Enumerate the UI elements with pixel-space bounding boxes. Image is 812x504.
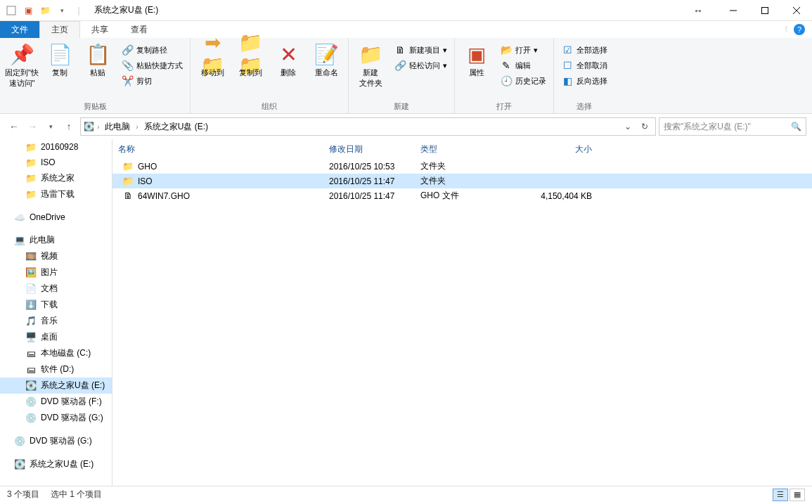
forward-button[interactable]: → [24,118,41,135]
minimize-button[interactable] [717,0,749,21]
copy-icon: 📄 [48,42,72,66]
search-placeholder: 搜索"系统之家U盘 (E:)" [664,121,791,133]
select-none-button[interactable]: ☐全部取消 [558,59,610,72]
crumb-current[interactable]: 系统之家U盘 (E:) [141,121,211,133]
refresh-button[interactable]: ↻ [637,122,652,131]
recent-locations-button[interactable]: ▾ [42,118,59,135]
column-name[interactable]: 名称 [112,143,323,155]
main-area: 📁20160928📁ISO📁系统之家📁迅雷下载☁️OneDrive💻此电脑🎞️视… [0,139,812,486]
properties-quick-icon[interactable]: ▣ [20,2,37,19]
navigation-tree[interactable]: 📁20160928📁ISO📁系统之家📁迅雷下载☁️OneDrive💻此电脑🎞️视… [0,139,112,486]
tree-item[interactable]: 📁系统之家 [0,170,112,186]
tree-item-label: 迅雷下载 [41,188,75,200]
tree-item[interactable]: 🎞️视频 [0,248,112,264]
up-button[interactable]: ↑ [60,118,77,135]
tree-item[interactable]: 💽系统之家U盘 (E:) [0,456,112,472]
new-folder-button[interactable]: 📁新建 文件夹 [353,39,388,89]
file-type: 文件夹 [415,175,506,187]
tree-item[interactable]: 🖼️图片 [0,264,112,280]
breadcrumb[interactable]: 💽 › 此电脑 › 系统之家U盘 (E:) ⌄ ↻ [80,117,656,136]
tab-view[interactable]: 查看 [120,21,159,38]
undock-icon[interactable]: ↔ [679,5,717,16]
select-all-button[interactable]: ☑全部选择 [558,44,610,56]
paste-shortcut-button[interactable]: 📎粘贴快捷方式 [118,59,186,72]
rename-button[interactable]: 📝重命名 [309,39,344,78]
back-button[interactable]: ← [6,118,22,135]
tree-item-label: DVD 驱动器 (G:) [41,412,103,424]
large-icons-view-button[interactable]: ▦ [790,489,805,501]
cut-button[interactable]: ✂️剪切 [118,75,186,87]
open-button[interactable]: 📂打开 ▾ [497,44,549,56]
tab-home[interactable]: 主页 [39,21,80,38]
tree-item[interactable]: 💽系统之家U盘 (E:) [0,377,112,394]
ribbon: 📌 固定到"快 速访问" 📄 复制 📋 粘贴 🔗复制路径 📎粘贴快捷方式 ✂️剪… [0,38,812,114]
tree-item-label: 系统之家U盘 (E:) [30,458,94,470]
edit-button[interactable]: ✎编辑 [497,59,549,72]
svg-rect-0 [7,6,15,15]
folder-icon: 📁 [25,189,37,200]
copy-path-button[interactable]: 🔗复制路径 [118,44,186,56]
easy-access-button[interactable]: 🔗轻松访问 ▾ [391,59,450,72]
paste-button[interactable]: 📋 粘贴 [80,39,115,78]
delete-button[interactable]: ✕删除 [271,39,306,78]
file-type: 文件夹 [415,160,506,172]
folder-quick-icon[interactable]: 📁 [37,2,53,19]
move-to-button[interactable]: ➡📁移动到 [195,39,230,78]
breadcrumb-dropdown-icon[interactable]: ⌄ [621,122,634,131]
file-row[interactable]: 📁GHO2016/10/25 10:53文件夹 [112,159,812,174]
ribbon-label-organize: 组织 [195,100,344,113]
column-date[interactable]: 修改日期 [323,143,415,155]
pin-to-quick-access-button[interactable]: 📌 固定到"快 速访问" [4,39,39,89]
copy-button[interactable]: 📄 复制 [42,39,77,78]
tree-item-label: 音乐 [41,315,58,327]
ribbon-group-clipboard: 📌 固定到"快 速访问" 📄 复制 📋 粘贴 🔗复制路径 📎粘贴快捷方式 ✂️剪… [0,38,191,113]
properties-button[interactable]: ▣属性 [459,39,494,78]
close-button[interactable] [780,0,812,21]
tree-item[interactable]: 💿DVD 驱动器 (G:) [0,410,112,426]
file-row[interactable]: 📁ISO2016/10/25 11:47文件夹 [112,174,812,188]
tree-item[interactable]: 💿DVD 驱动器 (F:) [0,394,112,410]
column-size[interactable]: 大小 [506,143,598,155]
open-icon: 📂 [500,44,513,56]
crumb-this-pc[interactable]: 此电脑 [102,121,133,133]
new-window-icon[interactable] [3,2,20,19]
tree-item[interactable]: 📁迅雷下载 [0,186,112,202]
maximize-button[interactable] [749,0,780,21]
tree-item[interactable]: 📁ISO [0,155,112,170]
usb-icon: 💽 [14,459,25,470]
folder-icon: 📁 [25,141,37,153]
drive-icon: 🖴 [25,348,37,359]
tree-item[interactable]: ⬇️下载 [0,297,112,313]
select-all-icon: ☑ [561,44,574,56]
tree-item[interactable]: 💻此电脑 [0,232,112,248]
tree-item-label: DVD 驱动器 (F:) [41,396,102,408]
search-input[interactable]: 搜索"系统之家U盘 (E:)" 🔍 [659,117,806,136]
tree-item[interactable]: 📄文档 [0,280,112,297]
move-to-icon: ➡📁 [195,42,230,66]
collapse-ribbon-icon[interactable]: 〈 [781,25,788,34]
column-type[interactable]: 类型 [415,143,506,155]
chevron-right-icon[interactable]: › [136,123,138,131]
details-view-button[interactable]: ☰ [773,489,788,501]
tree-item-label: 视频 [41,250,58,262]
search-icon[interactable]: 🔍 [791,122,801,131]
tree-item[interactable]: 🎵音乐 [0,313,112,329]
tab-file[interactable]: 文件 [0,21,39,38]
copy-to-button[interactable]: 📁📁复制到 [233,39,268,78]
tree-item[interactable]: 📁20160928 [0,139,112,155]
tree-item[interactable]: 🖥️桌面 [0,329,112,345]
history-icon: 🕘 [500,75,513,86]
chevron-right-icon[interactable]: › [97,123,99,131]
file-row[interactable]: 🗎64WIN7.GHO2016/10/25 11:47GHO 文件4,150,4… [112,188,812,203]
invert-selection-button[interactable]: ◧反向选择 [558,75,610,87]
help-icon[interactable]: ? [794,24,805,35]
history-button[interactable]: 🕘历史记录 [497,75,549,87]
tree-item[interactable]: 💿DVD 驱动器 (G:) [0,433,112,449]
new-item-button[interactable]: 🗎新建项目 ▾ [391,44,450,56]
drive-icon: 🖴 [25,364,37,375]
tree-item[interactable]: 🖴本地磁盘 (C:) [0,345,112,361]
quick-dropdown-icon[interactable]: ▾ [53,2,70,19]
tree-item[interactable]: 🖴软件 (D:) [0,361,112,377]
tree-item[interactable]: ☁️OneDrive [0,209,112,225]
tab-share[interactable]: 共享 [80,21,120,38]
